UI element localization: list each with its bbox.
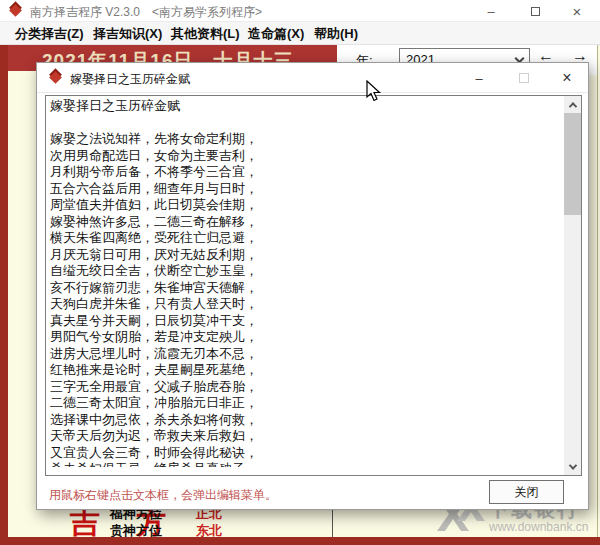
window-maximize-button[interactable] (520, 0, 550, 22)
scripture-text-clip: 嫁娶择日之玉历碎金赋 嫁娶之法说知祥，先将女命定利期， 次用男命配选日，女命为主… (46, 96, 562, 467)
chevron-up-icon (568, 102, 576, 110)
noble-god-label: 贵神方位 (110, 523, 162, 538)
mouse-cursor-icon (366, 80, 382, 106)
scripture-text-box[interactable]: 嫁娶择日之玉历碎金赋 嫁娶之法说知祥，先将女命定利期， 次用男命配选日，女命为主… (45, 95, 582, 476)
dialog-title: 嫁娶择日之玉历碎金赋 (70, 71, 190, 88)
window-minimize-button[interactable]: – (476, 0, 506, 22)
dialog-minimize-button[interactable]: – (462, 63, 496, 93)
dialog-close-button[interactable]: × (550, 63, 584, 93)
app-title: 南方择吉程序 V2.3.0 <南方易学系列程序> (30, 4, 262, 21)
menu-item-fate-making[interactable]: 造命篇(X) (248, 25, 304, 43)
window-close-button[interactable]: × (562, 0, 592, 22)
vertical-scrollbar[interactable] (564, 96, 581, 475)
chevron-down-icon (568, 461, 576, 469)
menu-item-help[interactable]: 帮助(H) (314, 25, 358, 43)
maximize-icon (519, 73, 529, 83)
watermark-url: www.downbank.cn (489, 520, 588, 534)
scroll-down-button[interactable] (564, 458, 581, 475)
dialog-maximize-button[interactable] (507, 63, 541, 93)
window-frame-bottom (0, 537, 600, 545)
noble-god-value: 东北 (196, 523, 222, 538)
window-frame-left (0, 45, 8, 545)
dialog-titlebar[interactable]: 嫁娶择日之玉历碎金赋 – × (37, 63, 588, 93)
app-logo-icon (9, 4, 22, 17)
scroll-up-button[interactable] (564, 96, 581, 113)
scrollbar-thumb[interactable] (564, 113, 581, 215)
menu-bar: 分类择吉(Z) 择吉知识(X) 其他资料(L) 造命篇(X) 帮助(H) (0, 22, 600, 45)
menu-item-other-materials[interactable]: 其他资料(L) (171, 25, 240, 43)
scripture-text[interactable]: 嫁娶择日之玉历碎金赋 嫁娶之法说知祥，先将女命定利期， 次用男命配选日，女命为主… (46, 96, 562, 467)
window-frame-right (597, 45, 598, 537)
right-click-hint-text: 用鼠标右键点击文本框，会弹出编辑菜单。 (49, 487, 277, 504)
marriage-date-selection-dialog: 嫁娶择日之玉历碎金赋 – × 嫁娶择日之玉历碎金赋 嫁娶之法说知祥，先将女命定利… (36, 62, 589, 510)
close-button[interactable]: 关闭 (489, 480, 564, 504)
maximize-icon (531, 7, 540, 16)
menu-item-date-selection-knowledge[interactable]: 择吉知识(X) (93, 25, 162, 43)
app-window: 南方择吉程序 V2.3.0 <南方易学系列程序> – × 分类择吉(Z) 择吉知… (0, 0, 600, 545)
menu-item-classified-date-selection[interactable]: 分类择吉(Z) (15, 25, 84, 43)
dialog-logo-icon (49, 71, 62, 84)
main-titlebar: 南方择吉程序 V2.3.0 <南方易学系列程序> – × (0, 0, 600, 22)
